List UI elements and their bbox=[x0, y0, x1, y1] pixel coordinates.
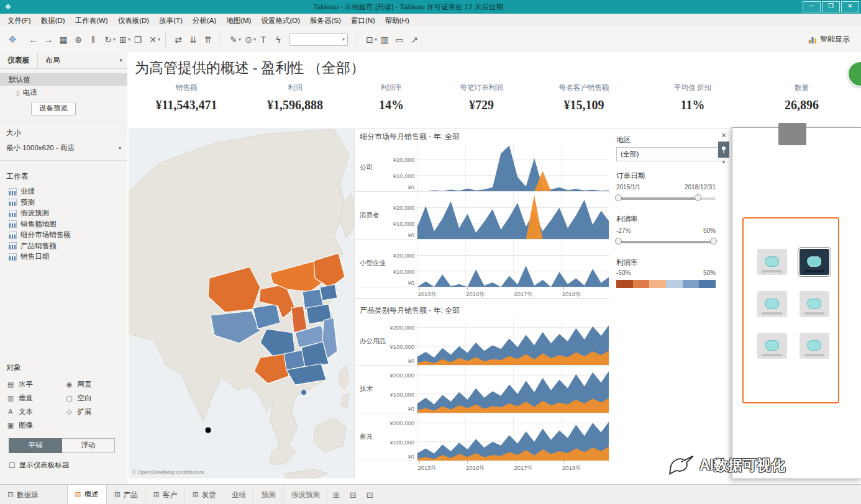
kpi-sales[interactable]: 销售额¥11,543,471 bbox=[127, 83, 245, 120]
floating-button[interactable]: 浮动 bbox=[62, 438, 115, 453]
area-chart-office-supplies[interactable] bbox=[417, 318, 609, 365]
new-dashboard-icon[interactable]: ⊟ bbox=[345, 490, 362, 500]
tab-dashboard[interactable]: 仪表板 bbox=[0, 53, 37, 68]
sheet-tab-shipping[interactable]: ⊞发货 bbox=[185, 485, 224, 504]
sheet-item-sales-date[interactable]: 销售日期 bbox=[0, 251, 127, 263]
slider-handle-right[interactable] bbox=[710, 238, 717, 245]
object-vertical[interactable]: ▥垂直 bbox=[6, 391, 65, 405]
new-data-source-icon[interactable]: ⊕ bbox=[71, 27, 86, 52]
share-icon[interactable]: ↗ bbox=[407, 27, 422, 52]
fix-axes-icon[interactable]: ϟ bbox=[271, 27, 286, 52]
show-hide-cards-icon[interactable]: ▥ bbox=[377, 27, 392, 52]
undo-icon[interactable]: ← bbox=[26, 27, 41, 52]
sheet-item-whatif[interactable]: 假设预测 bbox=[0, 208, 127, 219]
presentation-mode-icon[interactable]: ▭ bbox=[392, 27, 407, 52]
menu-window[interactable]: 窗口(N) bbox=[346, 14, 380, 27]
sheet-tab-product[interactable]: ⊞产品 bbox=[107, 485, 146, 504]
close-button[interactable]: ✕ bbox=[841, 1, 859, 12]
chevron-down-icon[interactable]: ▾ bbox=[722, 160, 725, 165]
sheet-tab-whatif[interactable]: 假设预测 bbox=[284, 485, 328, 504]
data-source-tab[interactable]: ⊟ 数据源 bbox=[7, 490, 39, 500]
date-range-slider[interactable] bbox=[616, 195, 716, 202]
showme-chart-thumb[interactable] bbox=[800, 291, 829, 317]
object-extension[interactable]: ◇扩展 bbox=[65, 405, 124, 418]
maximize-button[interactable]: ❐ bbox=[822, 1, 840, 12]
menu-map[interactable]: 地图(M) bbox=[221, 14, 256, 27]
close-icon[interactable]: ✕ bbox=[721, 132, 726, 140]
object-blank[interactable]: ▢空白 bbox=[65, 391, 124, 405]
device-preview-button[interactable]: 设备预览 bbox=[31, 102, 76, 115]
kpi-sales-per-customer[interactable]: 每名客户销售额¥15,109 bbox=[525, 83, 643, 120]
pause-auto-updates-icon[interactable]: ‖ bbox=[86, 27, 101, 52]
area-chart-consumer[interactable] bbox=[417, 192, 609, 239]
sales-map[interactable]: © OpenStreetMap contributors bbox=[129, 129, 354, 479]
new-worksheet-icon[interactable]: ⊞ bbox=[328, 490, 345, 500]
duplicate-icon[interactable]: ❐ bbox=[130, 27, 145, 52]
tab-layout[interactable]: 布局 bbox=[37, 53, 68, 68]
menu-data[interactable]: 数据(D) bbox=[36, 14, 70, 27]
showme-filled-map-thumb[interactable] bbox=[800, 249, 829, 275]
menu-analysis[interactable]: 分析(A) bbox=[188, 14, 221, 27]
area-chart-technology[interactable] bbox=[417, 366, 609, 413]
object-web[interactable]: ◉网页 bbox=[65, 377, 124, 391]
menu-worksheet[interactable]: 工作表(W) bbox=[70, 14, 113, 27]
kpi-profit-ratio[interactable]: 利润率14% bbox=[345, 83, 438, 120]
tiled-button[interactable]: 平铺 bbox=[9, 438, 62, 453]
sheet-tab-overview[interactable]: ⊞概述 bbox=[67, 485, 107, 504]
object-image[interactable]: ▣图像 bbox=[6, 418, 65, 432]
menu-server[interactable]: 服务器(S) bbox=[305, 14, 346, 27]
sheet-tab-customers[interactable]: ⊞客户 bbox=[146, 485, 185, 504]
menu-dashboard[interactable]: 仪表板(D) bbox=[113, 14, 154, 27]
show-mark-labels-icon[interactable]: T bbox=[256, 27, 271, 52]
showme-chart-thumb[interactable] bbox=[800, 333, 829, 359]
sort-ascending-icon[interactable]: ⇊ bbox=[186, 27, 201, 52]
chevron-down-icon[interactable]: ▾ bbox=[119, 57, 122, 63]
kpi-profit-per-order[interactable]: 每笔订单利润¥729 bbox=[438, 83, 525, 120]
kpi-profit[interactable]: 利润¥1,596,888 bbox=[245, 83, 345, 120]
profit-ratio-slider[interactable] bbox=[616, 238, 716, 245]
sheet-item-product-sales[interactable]: 产品销售额 bbox=[0, 241, 127, 252]
new-story-icon[interactable]: ⊡ bbox=[362, 490, 378, 500]
sheet-item-segment-sales[interactable]: 细分市场销售额 bbox=[0, 230, 127, 241]
kpi-quantity[interactable]: 数量26,896 bbox=[742, 83, 861, 120]
sheet-item-performance[interactable]: 业绩 bbox=[0, 186, 127, 197]
pin-icon[interactable] bbox=[718, 142, 729, 158]
menu-file[interactable]: 文件(F) bbox=[2, 14, 36, 27]
area-chart-furniture[interactable] bbox=[417, 413, 609, 461]
menu-story[interactable]: 故事(T) bbox=[154, 14, 188, 27]
slider-handle-right[interactable] bbox=[695, 194, 701, 201]
show-dashboard-title-checkbox[interactable]: ☐ 显示仪表板标题 bbox=[9, 461, 69, 470]
sort-descending-icon[interactable]: ⇈ bbox=[201, 27, 216, 52]
china-filled-map[interactable] bbox=[129, 129, 354, 479]
device-preset-default[interactable]: 默认值 bbox=[0, 73, 127, 86]
profit-ratio-color-legend[interactable] bbox=[616, 280, 716, 288]
showme-chart-thumb[interactable] bbox=[757, 291, 787, 317]
redo-icon[interactable]: → bbox=[41, 27, 56, 52]
menu-help[interactable]: 帮助(H) bbox=[380, 14, 414, 27]
minimize-button[interactable]: ─ bbox=[803, 1, 821, 12]
slider-track[interactable] bbox=[616, 241, 716, 243]
kpi-avg-discount[interactable]: 平均值 折扣11% bbox=[643, 83, 742, 120]
slider-handle-left[interactable] bbox=[615, 238, 622, 245]
object-horizontal[interactable]: ▤水平 bbox=[6, 377, 65, 391]
sheet-item-sales-map[interactable]: 销售额地图 bbox=[0, 219, 127, 230]
show-me-button[interactable]: 智能显示 bbox=[802, 32, 856, 47]
chevron-down-icon[interactable]: ▾ bbox=[158, 37, 160, 42]
region-dropdown[interactable]: (全部) ▾ bbox=[616, 147, 724, 161]
sheet-tab-forecast[interactable]: 预测 bbox=[254, 485, 284, 504]
panel-grip[interactable] bbox=[778, 123, 806, 145]
showme-chart-thumb[interactable] bbox=[757, 333, 787, 359]
sheet-tab-performance[interactable]: 业绩 bbox=[224, 485, 254, 504]
format-dropdown[interactable]: ▾ bbox=[289, 33, 348, 46]
device-preset-phone[interactable]: ▯电话 bbox=[0, 87, 127, 98]
sheet-item-forecast[interactable]: 预测 bbox=[0, 197, 127, 209]
slider-handle-left[interactable] bbox=[615, 194, 622, 201]
object-text[interactable]: A文本 bbox=[6, 405, 65, 418]
menu-format[interactable]: 设置格式(O) bbox=[256, 14, 305, 27]
map-attribution[interactable]: © OpenStreetMap contributors bbox=[132, 469, 204, 475]
swap-rows-columns-icon[interactable]: ⇄ bbox=[171, 27, 186, 52]
tableau-logo-icon[interactable]: ❖ bbox=[5, 27, 20, 52]
showme-symbol-map-thumb[interactable] bbox=[757, 249, 787, 275]
save-icon[interactable]: ▦ bbox=[56, 27, 71, 52]
area-chart-corporate[interactable] bbox=[417, 144, 609, 191]
